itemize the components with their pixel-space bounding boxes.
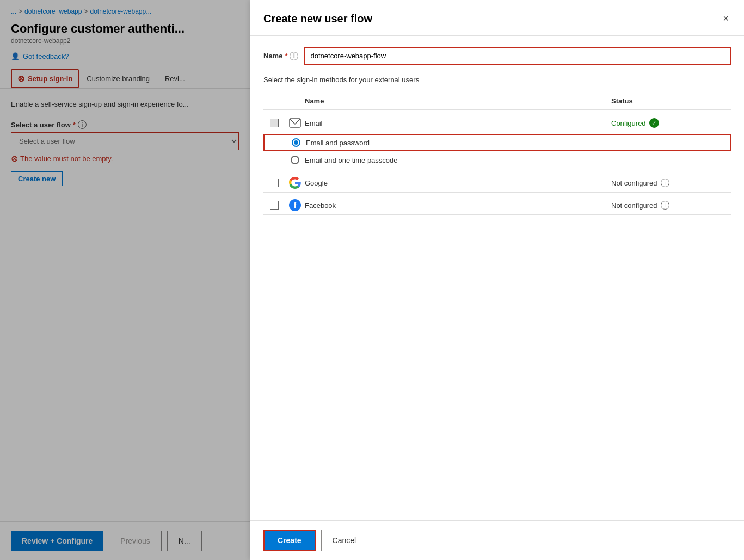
email-otp-row: Email and one time passcode [263, 152, 731, 170]
facebook-label: Facebook [305, 201, 611, 210]
cancel-button[interactable]: Cancel [321, 530, 368, 551]
google-main-row: Google Not configured i [263, 170, 731, 192]
google-checkbox[interactable] [270, 179, 279, 187]
modal-footer: Create Cancel [250, 520, 744, 560]
facebook-icon: f [289, 199, 301, 211]
email-otp-label: Email and one time passcode [305, 156, 731, 164]
google-icon [289, 177, 301, 189]
configured-check-icon: ✓ [649, 118, 659, 128]
facebook-checkbox[interactable] [270, 201, 279, 210]
facebook-status-text: Not configured [611, 201, 657, 210]
left-overlay [0, 0, 250, 560]
name-required: * [285, 52, 287, 60]
facebook-method-group: f Facebook Not configured i [263, 193, 731, 215]
email-password-label: Email and password [306, 139, 730, 147]
email-main-label: Email [305, 119, 611, 127]
modal-title: Create new user flow [263, 13, 372, 25]
facebook-status: Not configured i [611, 201, 731, 210]
email-icon [288, 116, 302, 130]
email-password-row: Email and password [263, 134, 731, 151]
name-input[interactable] [304, 47, 731, 65]
google-label: Google [305, 179, 611, 187]
methods-table: Name Status Email [263, 93, 731, 215]
sign-in-desc: Select the sign-in methods for your exte… [263, 76, 731, 84]
google-status-text: Not configured [611, 179, 657, 187]
name-field-label: Name * i [263, 52, 298, 60]
close-button[interactable]: × [721, 11, 731, 27]
email-checkbox[interactable] [270, 119, 279, 127]
facebook-main-row: f Facebook Not configured i [263, 193, 731, 214]
facebook-status-info-icon[interactable]: i [661, 201, 669, 210]
modal-body: Name * i Select the sign-in methods for … [250, 36, 744, 520]
left-panel: ... > dotnetcore_webapp > dotnetcore-web… [0, 0, 250, 560]
modal-header: Create new user flow × [250, 0, 744, 36]
google-method-group: Google Not configured i [263, 170, 731, 193]
configured-text: Configured [611, 119, 646, 127]
name-info-icon[interactable]: i [290, 52, 298, 60]
methods-table-header: Name Status [263, 93, 731, 110]
col-status-header: Status [611, 97, 731, 105]
google-status-info-icon[interactable]: i [661, 179, 669, 187]
email-otp-radio[interactable] [291, 156, 299, 164]
col-name-header: Name [285, 97, 611, 105]
email-status: Configured ✓ [611, 118, 731, 128]
name-row: Name * i [263, 47, 731, 65]
create-button[interactable]: Create [263, 530, 316, 551]
email-method-group: Email Configured ✓ Email and password [263, 110, 731, 170]
modal-panel: Create new user flow × Name * i Select t… [250, 0, 744, 560]
email-password-radio[interactable] [292, 138, 300, 147]
google-status: Not configured i [611, 179, 731, 187]
email-main-row: Email Configured ✓ [263, 110, 731, 133]
